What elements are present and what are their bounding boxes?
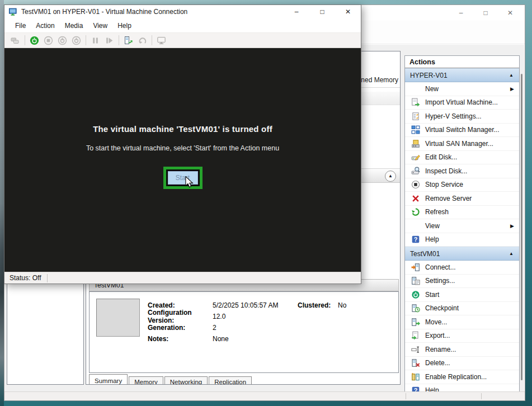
disk-edit-icon xyxy=(411,153,420,162)
actions-section-hyper-v01[interactable]: HYPER-V01▲ xyxy=(405,68,519,82)
revert-icon xyxy=(138,36,147,45)
actions-panel: Actions HYPER-V01▲New▶Import Virtual Mac… xyxy=(404,55,520,395)
action-item-new[interactable]: New▶ xyxy=(405,82,519,96)
actions-panel-title: Actions xyxy=(405,56,519,68)
vm-console-screen: The virtual machine 'TestVM01' is turned… xyxy=(4,48,361,272)
toolbar-turn-off-button[interactable] xyxy=(42,34,54,46)
save-icon xyxy=(72,36,81,45)
manager-close-button[interactable]: ✕ xyxy=(498,5,522,21)
vm-summary-box: Created: 5/2/2025 10:05:57 AM Clustered:… xyxy=(89,291,399,373)
action-item-stop-service[interactable]: Stop Service xyxy=(405,178,519,192)
statusbar-divider xyxy=(47,274,48,282)
collapse-icon: ▲ xyxy=(509,251,514,256)
action-item-rename[interactable]: Rename... xyxy=(405,343,519,357)
clustered-label: Clustered: xyxy=(298,301,338,309)
action-item-help[interactable]: ?Help xyxy=(405,233,519,247)
no-icon xyxy=(411,221,420,230)
section-header-label: TestVM01 xyxy=(410,250,440,258)
action-item-import-virtual-machine[interactable]: Import Virtual Machine... xyxy=(405,96,519,110)
start-icon xyxy=(30,36,39,45)
maximize-button[interactable]: □ xyxy=(309,5,335,18)
action-item-start[interactable]: Start xyxy=(405,288,519,302)
action-item-hyper-v-settings[interactable]: Hyper-V Settings... xyxy=(405,110,519,124)
action-item-inspect-disk[interactable]: Inspect Disk... xyxy=(405,164,519,178)
actions-scrollbar[interactable] xyxy=(521,74,522,380)
action-item-refresh[interactable]: Refresh xyxy=(405,206,519,220)
vm-off-message: The virtual machine 'TestVM01' is turned… xyxy=(4,48,361,134)
enhanced-session-icon xyxy=(157,36,166,45)
collapse-icon: ▲ xyxy=(509,73,514,78)
tab-networking[interactable]: Networking xyxy=(164,376,208,385)
mouse-cursor-icon xyxy=(185,176,194,188)
action-item-remove-server[interactable]: Remove Server xyxy=(405,192,519,206)
toolbar-revert-button[interactable] xyxy=(136,34,148,46)
checkpoint-icon xyxy=(124,36,133,45)
action-item-settings[interactable]: Settings... xyxy=(405,275,519,289)
delete-icon xyxy=(411,358,420,367)
action-item-connect[interactable]: Connect... xyxy=(405,261,519,275)
tab-replication[interactable]: Replication xyxy=(209,376,252,385)
action-item-virtual-san-manager[interactable]: Virtual SAN Manager... xyxy=(405,137,519,151)
tab-summary[interactable]: Summary xyxy=(89,374,128,385)
pause-icon xyxy=(91,36,100,45)
created-label: Created: xyxy=(148,301,213,309)
action-label: Edit Disk... xyxy=(425,153,457,161)
import-icon xyxy=(411,98,420,107)
toolbar-ctrl-alt-del-button[interactable] xyxy=(9,34,21,46)
action-item-view[interactable]: View▶ xyxy=(405,219,519,233)
collapse-section-button[interactable]: ▲ xyxy=(385,171,396,182)
toolbar-separator xyxy=(119,35,119,45)
menu-action[interactable]: Action xyxy=(31,20,59,31)
action-item-edit-disk[interactable]: Edit Disk... xyxy=(405,151,519,165)
close-button[interactable]: ✕ xyxy=(335,5,361,18)
vm-connection-window: TestVM01 on HYPER-V01 - Virtual Machine … xyxy=(4,4,361,284)
action-item-virtual-switch-manager[interactable]: Virtual Switch Manager... xyxy=(405,124,519,138)
action-item-enable-replication[interactable]: Enable Replication... xyxy=(405,370,519,384)
toolbar-enhanced-session-button[interactable] xyxy=(155,34,167,46)
tab-memory[interactable]: Memory xyxy=(129,376,163,385)
switch-icon xyxy=(411,125,420,134)
submenu-arrow-icon: ▶ xyxy=(510,86,514,92)
manager-minimize-button[interactable]: – xyxy=(449,5,473,21)
actions-section-testvm01[interactable]: TestVM01▲ xyxy=(405,247,519,261)
toolbar-checkpoint-button[interactable] xyxy=(122,34,134,46)
vm-summary-fields: Created: 5/2/2025 10:05:57 AM Clustered:… xyxy=(148,300,395,344)
minimize-button[interactable]: – xyxy=(284,5,309,18)
rename-icon xyxy=(411,345,420,354)
toolbar-pause-button[interactable] xyxy=(89,34,101,46)
toolbar-step-button[interactable] xyxy=(103,34,115,46)
vm-thumbnail xyxy=(96,299,140,337)
status-text: Status: Off xyxy=(10,274,41,282)
svg-text:?: ? xyxy=(414,236,418,243)
ctrl-alt-del-icon xyxy=(11,36,20,45)
toolbar-start-button[interactable] xyxy=(28,34,40,46)
menu-view[interactable]: View xyxy=(88,20,112,31)
toolbar-shut-down-button[interactable] xyxy=(56,34,68,46)
action-label: Move... xyxy=(425,318,447,326)
action-item-move[interactable]: Move... xyxy=(405,315,519,329)
action-label: Start xyxy=(425,291,439,299)
toolbar-separator xyxy=(25,35,25,45)
action-label: Remove Server xyxy=(425,195,472,202)
vm-connection-statusbar: Status: Off xyxy=(4,272,361,284)
config-version-label: Configuration Version: xyxy=(148,309,213,324)
stop-service-icon xyxy=(411,180,420,189)
action-label: Virtual Switch Manager... xyxy=(425,126,500,134)
window-title: TestVM01 on HYPER-V01 - Virtual Machine … xyxy=(21,8,187,16)
notes-label: Notes: xyxy=(148,335,213,343)
chevron-up-icon: ▲ xyxy=(388,174,393,178)
connect-icon xyxy=(411,263,420,272)
remove-icon xyxy=(411,194,420,203)
manager-maximize-button[interactable]: □ xyxy=(473,5,498,21)
toolbar-save-button[interactable] xyxy=(70,34,82,46)
vm-settings-icon xyxy=(411,276,420,285)
action-item-export[interactable]: Export... xyxy=(405,329,519,343)
action-item-delete[interactable]: Delete... xyxy=(405,357,519,371)
toolbar-separator xyxy=(86,35,86,45)
menu-file[interactable]: File xyxy=(10,20,31,31)
menu-help[interactable]: Help xyxy=(112,20,136,31)
action-item-checkpoint[interactable]: Checkpoint xyxy=(405,302,519,316)
action-label: Stop Service xyxy=(425,181,463,188)
turn-off-icon xyxy=(44,36,53,45)
menu-media[interactable]: Media xyxy=(60,20,88,31)
